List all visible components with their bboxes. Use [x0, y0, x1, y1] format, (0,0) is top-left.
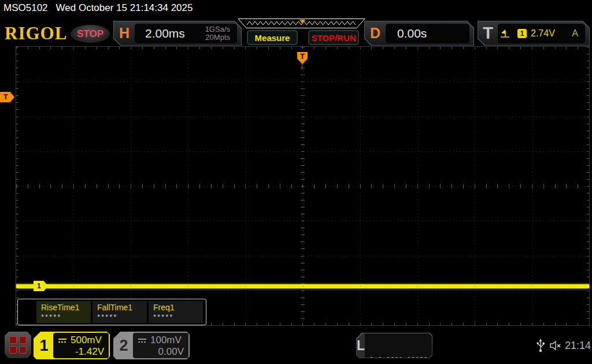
stop-run-button[interactable]: STOP/RUN: [308, 30, 359, 45]
channel2-widget[interactable]: 2 100mV 0.00V: [113, 332, 190, 359]
logic-row1: 0 1 2 3 4 5 6 7: [369, 326, 441, 336]
sample-rate: 1GSa/s: [205, 25, 230, 34]
channel1-offset: -1.42V: [58, 346, 104, 358]
graticule-hline: [16, 186, 589, 187]
graticule-hline: [16, 221, 589, 221]
measurement-value: *****: [97, 313, 147, 321]
graticule-hline: [16, 117, 589, 117]
measurement-item-freq[interactable]: Freq1 *****: [149, 301, 203, 323]
channel2-number: 2: [114, 333, 133, 358]
channel2-offset: 0.00V: [138, 346, 184, 358]
trigger-position-marker-tail: [302, 64, 302, 70]
channel1-number: 1: [35, 333, 53, 358]
logic-row2: 8 9 1011 12131415: [369, 355, 441, 364]
dc-coupling-icon: [58, 337, 67, 344]
status-clock: 21:14: [565, 340, 591, 352]
model-name: MSO5102: [3, 2, 48, 14]
delay-label: D: [365, 25, 386, 42]
channel2-scale: 100mV: [150, 335, 182, 346]
graticule-hline: [16, 151, 589, 152]
rising-edge-icon: [500, 29, 510, 38]
graticule: [16, 46, 590, 326]
rigol-logo: RIGOL: [5, 23, 67, 44]
top-info-bar: MSO5102 Wed October 15 21:14:34 2025: [0, 0, 592, 16]
channel1-scale: 500mV: [71, 335, 102, 346]
graticule-hline: [16, 291, 589, 291]
trigger-sweep-mode: A: [572, 28, 583, 39]
delay-panel[interactable]: D 0.00s: [364, 21, 474, 46]
grid-icon: [9, 336, 27, 354]
measurement-label: RiseTime1: [41, 303, 91, 312]
oscilloscope-screen: MSO5102 Wed October 15 21:14:34 2025 RIG…: [0, 0, 592, 364]
logic-analyzer-widget[interactable]: L 0 1 2 3 4 5 6 7 8 9 1011 12131415: [356, 333, 432, 358]
run-state-badge: STOP: [71, 25, 110, 43]
measurement-value: *****: [153, 313, 203, 321]
acquisition-rates: 1GSa/s 20Mpts: [205, 25, 231, 42]
waveform-overview-strip[interactable]: [237, 18, 367, 29]
memory-depth: 20Mpts: [205, 34, 230, 42]
usb-icon: [536, 338, 545, 353]
delay-value: 0.00s: [391, 27, 427, 40]
horizontal-panel[interactable]: H 2.00ms 1GSa/s 20Mpts: [113, 21, 242, 46]
measurement-label: Freq1: [153, 303, 203, 312]
timebase-value: 2.00ms: [140, 27, 205, 40]
trigger-level-value: 2.74V: [531, 28, 555, 39]
trigger-label: T: [478, 24, 498, 43]
dc-coupling-icon: [138, 337, 147, 344]
logic-label: L: [357, 338, 365, 354]
trigger-source-badge: 1: [517, 29, 527, 38]
horizontal-label: H: [114, 25, 135, 42]
channel1-widget[interactable]: 1 500mV -1.42V: [34, 332, 110, 359]
measurement-item-risetime[interactable]: RiseTime1 *****: [36, 301, 91, 323]
datetime: Wed October 15 21:14:34 2025: [56, 2, 193, 14]
speaker-muted-icon[interactable]: [549, 340, 562, 351]
function-navigation-button[interactable]: [5, 332, 31, 358]
measure-button[interactable]: Measure: [247, 30, 298, 45]
measurement-label: FallTime1: [97, 303, 147, 312]
measurement-item-falltime[interactable]: FallTime1 *****: [92, 301, 147, 323]
trigger-panel[interactable]: T 1 2.74V A: [478, 21, 590, 46]
measurement-value: *****: [41, 313, 91, 321]
trigger-level-marker[interactable]: T: [0, 92, 14, 102]
measurement-panel: RiseTime1 ***** FallTime1 ***** Freq1 **…: [17, 299, 206, 325]
graticule-hline: [16, 256, 589, 257]
graticule-hline: [16, 81, 589, 82]
